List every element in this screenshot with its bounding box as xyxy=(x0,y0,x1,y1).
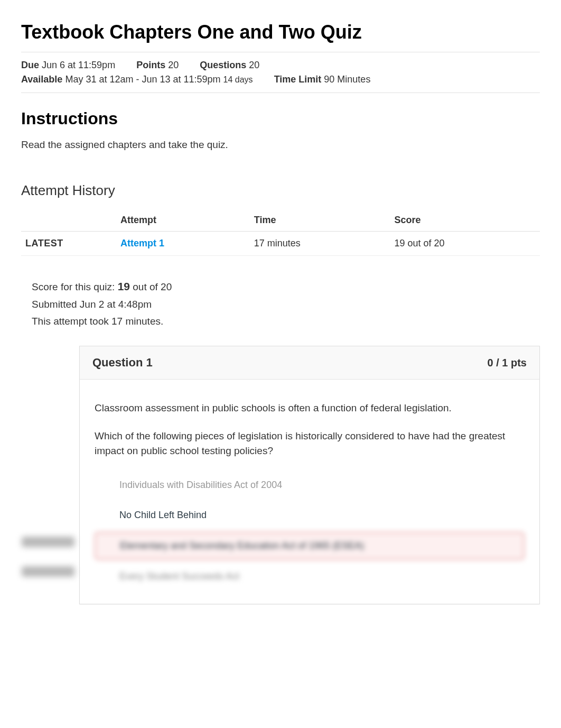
answer-option: No Child Left Behind xyxy=(95,502,525,529)
answers-list: Individuals with Disabilities Act of 200… xyxy=(95,472,525,590)
side-annotation xyxy=(22,537,74,547)
quiz-title: Textbook Chapters One and Two Quiz xyxy=(21,21,540,43)
instructions-heading: Instructions xyxy=(21,109,540,128)
table-row: LATEST Attempt 1 17 minutes 19 out of 20 xyxy=(21,232,540,256)
col-blank xyxy=(21,209,116,232)
latest-tag: LATEST xyxy=(21,232,116,256)
meta-due: Due Jun 6 at 11:59pm xyxy=(21,60,115,71)
answer-text: Individuals with Disabilities Act of 200… xyxy=(119,480,282,491)
attempt-history-heading: Attempt History xyxy=(21,182,540,199)
question-text-1: Classroom assessment in public schools i… xyxy=(95,401,525,416)
answer-option-blurred: Every Student Succeeds Act xyxy=(95,563,525,590)
question-body: Classroom assessment in public schools i… xyxy=(80,380,539,604)
answer-text: Elementary and Secondary Education Act o… xyxy=(120,540,364,551)
meta-questions: Questions 20 xyxy=(200,60,259,71)
summary-line-2: Submitted Jun 2 at 4:48pm xyxy=(32,296,540,313)
instructions-body: Read the assigned chapters and take the … xyxy=(21,139,540,151)
quiz-meta-bar: Due Jun 6 at 11:59pm Points 20 Questions… xyxy=(21,52,540,93)
answer-option-highlighted: Elementary and Secondary Education Act o… xyxy=(95,532,525,560)
meta-points: Points 20 xyxy=(136,60,179,71)
answer-option: Individuals with Disabilities Act of 200… xyxy=(95,472,525,499)
attempt-link[interactable]: Attempt 1 xyxy=(120,238,164,248)
col-score: Score xyxy=(390,209,540,232)
summary-line-3: This attempt took 17 minutes. xyxy=(32,313,540,330)
answer-text: No Child Left Behind xyxy=(119,510,207,521)
side-annotation xyxy=(22,566,74,577)
question-card: Question 1 0 / 1 pts Classroom assessmen… xyxy=(79,346,540,604)
table-header-row: Attempt Time Score xyxy=(21,209,540,232)
question-points: 0 / 1 pts xyxy=(488,357,527,369)
summary-line-1: Score for this quiz: 19 out of 20 xyxy=(32,277,540,296)
col-attempt: Attempt xyxy=(116,209,250,232)
attempt-time: 17 minutes xyxy=(250,232,390,256)
question-number: Question 1 xyxy=(92,356,153,370)
attempt-history-table: Attempt Time Score LATEST Attempt 1 17 m… xyxy=(21,209,540,256)
answer-text: Every Student Succeeds Act xyxy=(119,571,239,582)
col-time: Time xyxy=(250,209,390,232)
meta-timelimit: Time Limit 90 Minutes xyxy=(274,74,371,85)
question-header: Question 1 0 / 1 pts xyxy=(80,346,539,380)
score-summary: Score for this quiz: 19 out of 20 Submit… xyxy=(32,277,540,330)
question-text-2: Which of the following pieces of legisla… xyxy=(95,429,525,459)
meta-available: Available May 31 at 12am - Jun 13 at 11:… xyxy=(21,74,540,85)
attempt-score: 19 out of 20 xyxy=(390,232,540,256)
